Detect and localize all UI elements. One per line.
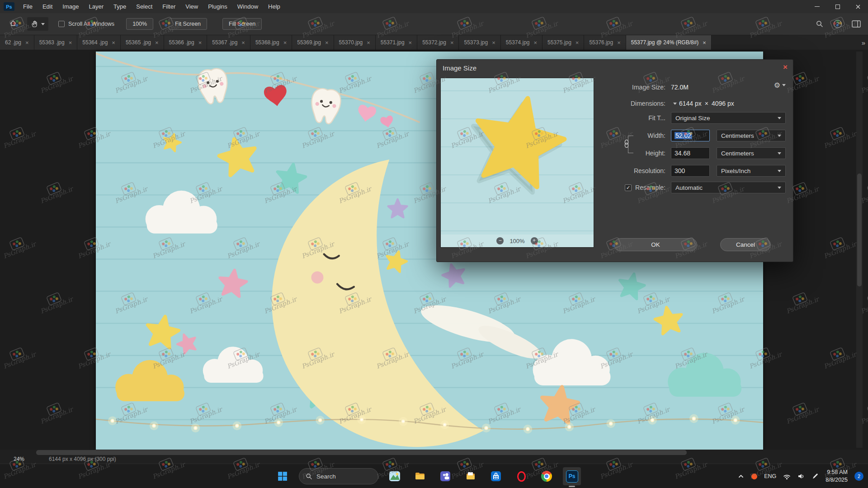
dimensions-dropdown[interactable] bbox=[671, 103, 679, 105]
document-tab[interactable]: 62 .jpg × bbox=[0, 35, 34, 50]
width-unit-select[interactable]: Centimeters bbox=[717, 130, 786, 141]
menu-item[interactable]: Plugins bbox=[203, 0, 232, 13]
dialog-close-icon[interactable]: × bbox=[783, 63, 788, 72]
horizontal-scrollbar-thumb[interactable] bbox=[36, 450, 687, 455]
tab-close-icon[interactable]: × bbox=[367, 39, 370, 46]
maximize-button[interactable] bbox=[827, 0, 848, 13]
tab-close-icon[interactable]: × bbox=[69, 39, 72, 46]
tab-close-icon[interactable]: × bbox=[25, 39, 29, 46]
fill-screen-button[interactable]: Fill Screen bbox=[222, 18, 262, 30]
zoom-out-icon[interactable]: − bbox=[496, 237, 504, 244]
menu-item[interactable]: File bbox=[18, 0, 38, 13]
tab-close-icon[interactable]: × bbox=[492, 39, 495, 46]
clock[interactable]: 9:58 AM 8/8/2025 bbox=[826, 469, 848, 484]
size-preview[interactable]: − 100% + bbox=[440, 78, 594, 248]
notification-badge[interactable]: 2 bbox=[854, 472, 863, 481]
document-tab[interactable]: 55367 .jpg × bbox=[207, 35, 250, 50]
resolution-unit-value: Pixels/Inch bbox=[721, 168, 750, 174]
zoom-in-icon[interactable]: + bbox=[531, 237, 538, 244]
tab-close-icon[interactable]: × bbox=[283, 39, 287, 46]
tab-close-icon[interactable]: × bbox=[450, 39, 454, 46]
document-tab[interactable]: 55366 .jpg × bbox=[164, 35, 208, 50]
close-button[interactable] bbox=[848, 0, 868, 13]
scroll-all-windows-option[interactable]: Scroll All Windows bbox=[58, 21, 114, 27]
teams-icon[interactable] bbox=[436, 467, 454, 485]
help-icon[interactable]: ? bbox=[834, 20, 842, 28]
workspace-layout-icon[interactable] bbox=[852, 20, 861, 28]
menu-item[interactable]: Type bbox=[108, 0, 131, 13]
menu-item[interactable]: View bbox=[180, 0, 203, 13]
tab-close-icon[interactable]: × bbox=[325, 39, 329, 46]
document-tab[interactable]: 55372.jpg × bbox=[417, 35, 459, 50]
photoshop-taskbar-icon[interactable]: Ps bbox=[563, 467, 581, 485]
tab-close-icon[interactable]: × bbox=[112, 39, 115, 46]
document-tab[interactable]: 55369.jpg × bbox=[292, 35, 334, 50]
resample-select[interactable]: Automatic bbox=[671, 182, 786, 193]
tab-close-icon[interactable]: × bbox=[155, 39, 159, 46]
menu-item[interactable]: Layer bbox=[84, 0, 109, 13]
menu-item[interactable]: Select bbox=[131, 0, 157, 13]
document-tab[interactable]: 55363 .jpg × bbox=[34, 35, 78, 50]
height-unit-select[interactable]: Centimeters bbox=[717, 147, 786, 159]
file-explorer-icon[interactable] bbox=[411, 467, 429, 485]
tab-close-icon[interactable]: × bbox=[409, 39, 412, 46]
window-controls bbox=[807, 0, 868, 13]
store-icon[interactable] bbox=[487, 467, 505, 485]
minimize-button[interactable] bbox=[807, 0, 827, 13]
menu-item[interactable]: Window bbox=[232, 0, 263, 13]
document-tab[interactable]: 55374.jpg × bbox=[501, 35, 542, 50]
zoom-100-button[interactable]: 100% bbox=[126, 18, 153, 30]
search-input[interactable]: Search bbox=[299, 468, 378, 484]
tab-close-icon[interactable]: × bbox=[576, 39, 579, 46]
tab-close-icon[interactable]: × bbox=[617, 39, 621, 46]
chrome-icon[interactable] bbox=[538, 467, 556, 485]
tab-overflow-icon[interactable]: » bbox=[862, 35, 864, 50]
document-tab[interactable]: 55368.jpg × bbox=[250, 35, 292, 50]
document-tab[interactable]: 55364 .jpg × bbox=[77, 35, 121, 50]
menu-item[interactable]: Filter bbox=[157, 0, 180, 13]
cancel-button[interactable]: Cancel bbox=[720, 238, 771, 251]
start-button[interactable] bbox=[274, 467, 292, 485]
home-icon[interactable] bbox=[6, 16, 20, 32]
document-tab[interactable]: 55370.jpg × bbox=[334, 35, 376, 50]
document-tab[interactable]: 55377.jpg @ 24% (RGB/8#) × bbox=[626, 35, 712, 50]
resolution-unit-select[interactable]: Pixels/Inch bbox=[717, 165, 786, 177]
mail-icon[interactable] bbox=[462, 467, 480, 485]
tray-app-icon[interactable] bbox=[751, 474, 757, 479]
zoom-level[interactable]: 24% bbox=[14, 456, 24, 462]
language-indicator[interactable]: ENG bbox=[764, 473, 776, 479]
document-tab[interactable]: 55365 .jpg × bbox=[121, 35, 164, 50]
vertical-scrollbar-thumb[interactable] bbox=[857, 174, 862, 286]
document-tab[interactable]: 55371.jpg × bbox=[376, 35, 417, 50]
document-tab[interactable]: 55373.jpg × bbox=[459, 35, 500, 50]
ok-button[interactable]: OK bbox=[614, 238, 697, 251]
width-input[interactable]: 52.02 bbox=[671, 130, 710, 141]
menu-item[interactable]: Help bbox=[263, 0, 285, 13]
gear-icon: ⚙ bbox=[774, 81, 780, 89]
document-tab[interactable]: 55375.jpg × bbox=[542, 35, 584, 50]
volume-icon[interactable] bbox=[797, 473, 805, 480]
search-icon[interactable] bbox=[816, 20, 824, 28]
resolution-input[interactable]: 300 bbox=[671, 165, 710, 177]
tab-close-icon[interactable]: × bbox=[703, 39, 706, 46]
tab-close-icon[interactable]: × bbox=[198, 39, 202, 46]
resample-checkbox[interactable]: ✓ bbox=[625, 184, 632, 191]
menu-item[interactable]: Image bbox=[57, 0, 84, 13]
menu-item[interactable]: Edit bbox=[38, 0, 57, 13]
scroll-all-windows-checkbox[interactable] bbox=[58, 21, 65, 27]
tray-chevron-up-icon[interactable] bbox=[737, 473, 745, 479]
tab-close-icon[interactable]: × bbox=[241, 39, 245, 46]
vertical-scrollbar[interactable] bbox=[856, 52, 863, 448]
opera-icon[interactable] bbox=[512, 467, 530, 485]
hand-tool-button[interactable] bbox=[27, 17, 48, 31]
resolution-row: Resolution: 300 Pixels/Inch bbox=[598, 164, 788, 177]
dialog-options-button[interactable]: ⚙ bbox=[774, 81, 786, 89]
document-tab[interactable]: 55376.jpg × bbox=[584, 35, 626, 50]
height-input[interactable]: 34.68 bbox=[671, 147, 710, 159]
search-highlights-icon[interactable] bbox=[386, 467, 404, 485]
wifi-icon[interactable] bbox=[783, 473, 791, 480]
fit-to-select[interactable]: Original Size bbox=[671, 112, 786, 124]
fit-screen-button[interactable]: Fit Screen bbox=[169, 18, 207, 30]
pen-icon[interactable] bbox=[811, 473, 819, 480]
tab-close-icon[interactable]: × bbox=[534, 39, 538, 46]
